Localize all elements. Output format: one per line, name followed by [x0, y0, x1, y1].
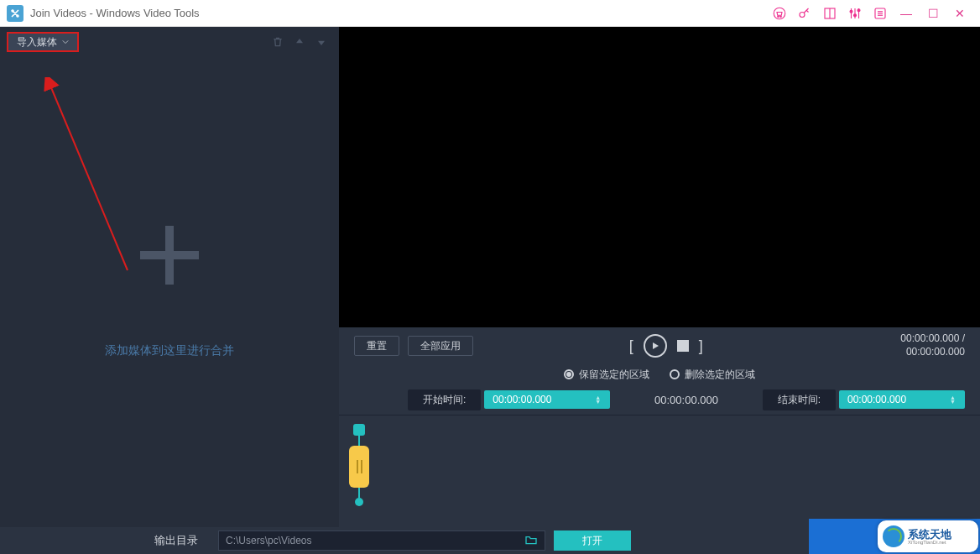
svg-point-12: [854, 13, 857, 16]
watermark-badge: 系统天地 XiTongTianDi.net: [878, 520, 978, 552]
move-down-icon[interactable]: [312, 33, 331, 51]
time-display: 00:00:00.000 / 00:00:00.000: [900, 332, 965, 358]
delete-icon[interactable]: [268, 33, 287, 51]
import-media-button[interactable]: 导入媒体: [7, 32, 79, 52]
start-time-input[interactable]: 00:00:00.000 ▲▼: [484, 390, 610, 409]
layout-icon[interactable]: [818, 2, 842, 25]
svg-point-0: [11, 9, 14, 13]
maximize-button[interactable]: ☐: [920, 2, 946, 25]
media-drop-zone[interactable]: 添加媒体到这里进行合并: [0, 57, 339, 527]
move-up-icon[interactable]: [290, 33, 309, 51]
end-time-value: 00:00:00.000: [847, 394, 906, 405]
keep-region-radio[interactable]: 保留选定的区域: [564, 368, 649, 382]
svg-point-3: [778, 16, 779, 18]
svg-point-5: [800, 12, 805, 17]
timeline-handle[interactable]: [349, 424, 369, 506]
menu-icon[interactable]: [868, 2, 892, 25]
media-panel: 导入媒体 添加媒体到这里进行合并: [0, 27, 339, 527]
play-button[interactable]: [644, 334, 667, 358]
region-mode-row: 保留选定的区域 删除选定的区域: [339, 364, 980, 384]
time-range-row: 开始时间: 00:00:00.000 ▲▼ 00:00:00.000 结束时间:…: [339, 384, 980, 415]
radio-unchecked-icon: [670, 369, 680, 379]
close-button[interactable]: ✕: [946, 2, 973, 25]
duration-display: 00:00:00.000: [613, 394, 758, 406]
import-media-label: 导入媒体: [17, 35, 57, 50]
reset-button[interactable]: 重置: [354, 336, 399, 356]
video-preview[interactable]: [339, 27, 980, 327]
start-time-value: 00:00:00.000: [493, 394, 551, 405]
timeline[interactable]: [339, 415, 980, 527]
folder-icon[interactable]: [524, 534, 538, 548]
output-dir-label: 输出目录: [154, 533, 198, 548]
mark-out-icon[interactable]: ]: [699, 337, 703, 355]
chevron-down-icon: [62, 39, 69, 44]
output-bar: 输出目录 C:\Users\pc\Videos 打开 合 系统天地 XiTong…: [0, 527, 980, 554]
keep-region-label: 保留选定的区域: [579, 368, 649, 382]
svg-point-2: [774, 8, 785, 19]
remove-region-label: 删除选定的区域: [685, 368, 755, 382]
add-icon: [140, 226, 199, 285]
radio-checked-icon: [564, 369, 574, 379]
cart-icon[interactable]: [768, 2, 791, 25]
globe-icon: [883, 525, 904, 547]
app-icon: [7, 5, 23, 22]
window-title: Join Videos - Windows Video Tools: [30, 7, 200, 19]
svg-point-4: [780, 16, 782, 18]
svg-point-1: [16, 14, 19, 18]
total-time: 00:00:00.000: [900, 346, 965, 359]
open-button[interactable]: 打开: [554, 530, 631, 551]
output-path-value: C:\Users\pc\Videos: [226, 535, 312, 546]
editor-panel: 重置 全部应用 [ ] 00:00:00.000 / 00:00:00.000 …: [339, 27, 980, 527]
mark-in-icon[interactable]: [: [629, 337, 633, 355]
settings-icon[interactable]: [843, 2, 867, 25]
apply-all-button[interactable]: 全部应用: [408, 336, 473, 356]
end-time-input[interactable]: 00:00:00.000 ▲▼: [839, 390, 965, 409]
watermark-text-en: XiTongTianDi.net: [908, 540, 951, 545]
start-time-label: 开始时间:: [408, 389, 481, 410]
end-time-label: 结束时间:: [763, 389, 836, 410]
current-time: 00:00:00.000 /: [900, 332, 965, 346]
stop-button[interactable]: [677, 340, 689, 352]
titlebar: Join Videos - Windows Video Tools — ☐ ✕: [0, 0, 980, 27]
minimize-button[interactable]: —: [893, 2, 920, 25]
playback-controls: 重置 全部应用 [ ] 00:00:00.000 / 00:00:00.000: [339, 327, 980, 364]
drop-hint-text: 添加媒体到这里进行合并: [105, 343, 234, 358]
key-icon[interactable]: [793, 2, 816, 25]
media-toolbar: 导入媒体: [0, 27, 339, 57]
svg-point-11: [850, 10, 852, 13]
remove-region-radio[interactable]: 删除选定的区域: [670, 368, 755, 382]
watermark-text-zh: 系统天地: [908, 529, 951, 540]
output-path-input[interactable]: C:\Users\pc\Videos: [218, 530, 545, 551]
svg-point-13: [858, 8, 860, 11]
